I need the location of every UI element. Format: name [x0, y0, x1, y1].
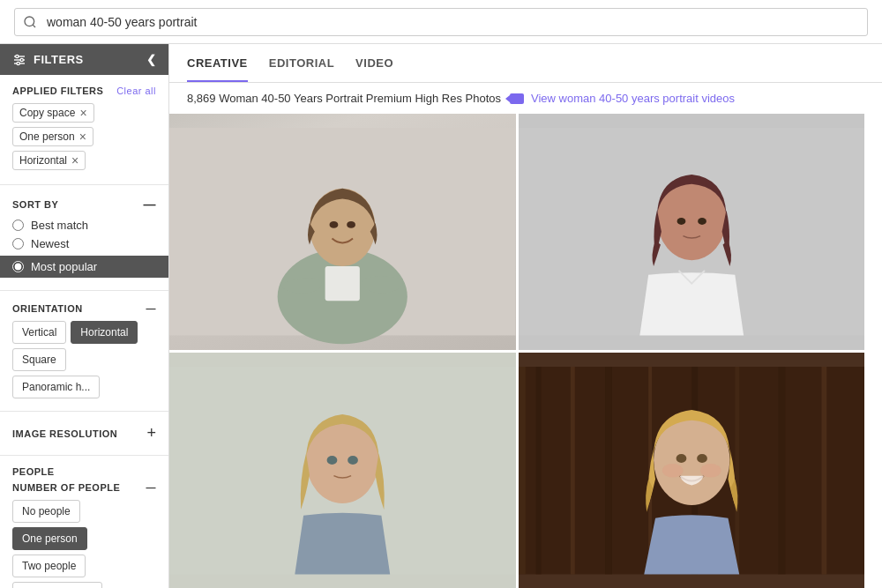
applied-filters-title: APPLIED FILTERS	[12, 86, 103, 96]
divider-1	[0, 184, 168, 185]
sort-newest[interactable]: Newest	[12, 237, 156, 250]
sort-by-section: SORT BY — Best match Newest Most popular	[0, 189, 168, 287]
filter-tag-horizontal: Horizontal ×	[12, 151, 86, 170]
tab-video[interactable]: VIDEO	[355, 56, 393, 82]
svg-point-16	[347, 221, 355, 228]
image-grid-item-4[interactable]	[519, 353, 865, 589]
svg-rect-26	[519, 367, 526, 575]
filters-header: FILTERS ❮	[0, 44, 168, 75]
sort-most-popular[interactable]: Most popular	[0, 256, 168, 278]
filter-tags: Copy space × One person × Horizontal ×	[12, 103, 156, 170]
video-link[interactable]: View woman 40-50 years portrait videos	[510, 92, 735, 105]
sort-collapse-icon[interactable]: —	[144, 197, 157, 212]
sidebar: FILTERS ❮ APPLIED FILTERS Clear all Copy…	[0, 44, 169, 588]
orientation-square-button[interactable]: Square	[12, 348, 66, 371]
orientation-panoramic-button[interactable]: Panoramic h...	[12, 376, 100, 398]
filter-tag-label: One person	[19, 130, 75, 143]
orientation-header: ORIENTATION —	[12, 303, 156, 314]
tab-editorial[interactable]: EDITORIAL	[269, 56, 334, 82]
orientation-section: ORIENTATION — Vertical Horizontal Square…	[0, 294, 168, 407]
image-1-illustration	[169, 114, 516, 350]
sort-most-popular-label: Most popular	[31, 260, 97, 273]
remove-copy-space-button[interactable]: ×	[79, 107, 86, 119]
results-description: Woman 40-50 Years Portrait Premium High …	[219, 92, 501, 105]
image-grid	[169, 114, 882, 588]
svg-point-23	[327, 456, 338, 465]
sort-most-popular-radio[interactable]	[12, 261, 24, 272]
results-count: 8,869 Woman 40-50 Years Portrait Premium…	[187, 92, 501, 105]
image-resolution-section: IMAGE RESOLUTION +	[0, 415, 168, 451]
svg-point-38	[662, 463, 683, 477]
image-grid-item-1[interactable]	[169, 114, 516, 350]
sort-best-match-radio[interactable]	[12, 220, 24, 231]
sort-by-header: SORT BY —	[12, 197, 156, 212]
svg-line-1	[33, 25, 35, 27]
image-resolution-title: IMAGE RESOLUTION	[12, 428, 117, 439]
image-grid-item-2[interactable]	[519, 114, 865, 350]
svg-point-37	[697, 454, 707, 463]
filter-tag-label: Horizontal	[19, 154, 67, 167]
image-grid-item-3[interactable]	[169, 353, 516, 589]
clear-all-button[interactable]: Clear all	[116, 86, 156, 96]
applied-filters-header: APPLIED FILTERS Clear all	[12, 86, 156, 96]
camera-icon	[510, 93, 524, 104]
search-bar	[0, 0, 882, 44]
search-input[interactable]	[14, 8, 868, 36]
divider-4	[0, 455, 168, 456]
svg-point-36	[676, 454, 686, 463]
tab-creative[interactable]: CREATIVE	[187, 56, 248, 82]
orientation-title: ORIENTATION	[12, 303, 83, 314]
num-people-collapse-icon[interactable]: —	[146, 482, 157, 493]
search-icon	[23, 15, 37, 29]
filter-tag-label: Copy space	[19, 107, 75, 119]
one-person-button[interactable]: One person	[12, 527, 87, 550]
results-count-number: 8,869	[187, 92, 216, 105]
svg-point-20	[698, 218, 706, 225]
tabs: CREATIVE EDITORIAL VIDEO	[169, 44, 882, 83]
no-people-button[interactable]: No people	[12, 500, 80, 523]
svg-rect-34	[821, 367, 826, 575]
applied-filters-section: APPLIED FILTERS Clear all Copy space × O…	[0, 75, 168, 181]
results-info: 8,869 Woman 40-50 Years Portrait Premium…	[169, 83, 882, 114]
orientation-vertical-button[interactable]: Vertical	[12, 321, 66, 344]
svg-point-15	[330, 221, 339, 228]
svg-point-7	[17, 62, 19, 64]
sort-by-title: SORT BY	[12, 199, 58, 210]
image-resolution-expand-button[interactable]: +	[146, 424, 156, 443]
orientation-horizontal-button[interactable]: Horizontal	[71, 321, 138, 344]
filters-label: FILTERS	[34, 53, 84, 66]
filter-tag-one-person: One person ×	[12, 127, 93, 146]
people-section: PEOPLE NUMBER OF PEOPLE — No people One …	[0, 459, 168, 588]
number-of-people-title: NUMBER OF PEOPLE	[12, 482, 120, 493]
svg-rect-28	[570, 367, 574, 575]
remove-horizontal-button[interactable]: ×	[71, 154, 78, 167]
svg-rect-29	[605, 367, 612, 575]
sort-newest-label: Newest	[31, 237, 69, 250]
filters-header-left: FILTERS	[12, 53, 84, 66]
collapse-icon[interactable]: ❮	[146, 53, 157, 66]
svg-point-5	[16, 55, 19, 57]
image-2-illustration	[519, 114, 865, 350]
number-of-people-header: NUMBER OF PEOPLE —	[12, 482, 156, 493]
sort-best-match-label: Best match	[31, 219, 88, 232]
people-title: PEOPLE	[12, 466, 156, 477]
svg-point-24	[348, 456, 358, 465]
main-layout: FILTERS ❮ APPLIED FILTERS Clear all Copy…	[0, 44, 882, 588]
orient-collapse-icon[interactable]: —	[146, 303, 157, 314]
divider-3	[0, 411, 168, 412]
remove-one-person-button[interactable]: ×	[79, 130, 86, 143]
svg-point-0	[25, 17, 34, 26]
search-input-wrap	[14, 8, 868, 36]
orientation-buttons: Vertical Horizontal Square Panoramic h..…	[12, 321, 156, 398]
group-of-people-button[interactable]: Group of peo...	[12, 582, 102, 588]
sort-newest-radio[interactable]	[12, 238, 24, 249]
svg-point-19	[676, 218, 685, 225]
image-4-illustration	[519, 353, 865, 589]
content-area: CREATIVE EDITORIAL VIDEO 8,869 Woman 40-…	[169, 44, 882, 588]
svg-point-6	[20, 58, 23, 61]
svg-rect-10	[325, 266, 360, 301]
two-people-button[interactable]: Two people	[12, 555, 86, 577]
video-link-label: View woman 40-50 years portrait videos	[531, 92, 735, 105]
filter-tag-copy-space: Copy space ×	[12, 103, 94, 123]
sort-best-match[interactable]: Best match	[12, 219, 156, 232]
